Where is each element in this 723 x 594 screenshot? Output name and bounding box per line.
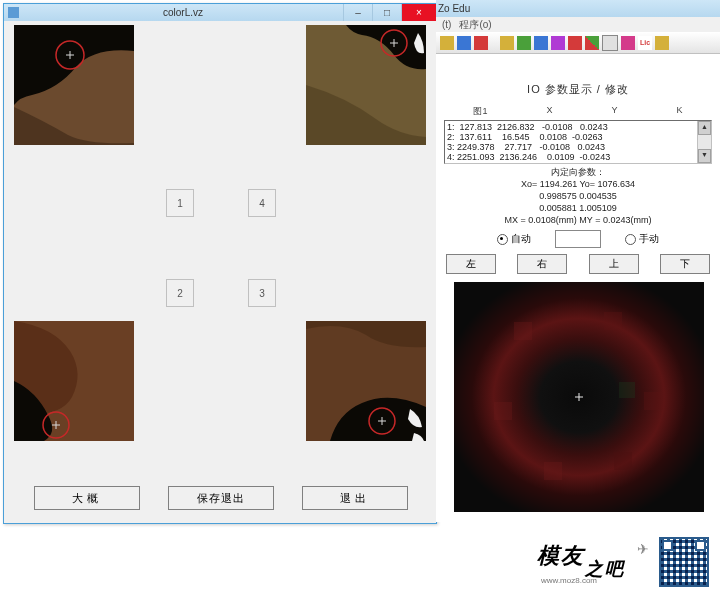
brand-url: www.moz8.com [541, 576, 597, 585]
toolbar-icon-11[interactable] [621, 36, 635, 50]
app-icon [8, 7, 19, 18]
window-controls: – □ × [343, 4, 436, 21]
direction-row: 左 右 上 下 [444, 254, 712, 274]
toolbar-icon-1[interactable] [440, 36, 454, 50]
exit-button[interactable]: 退出 [302, 486, 408, 510]
mode-input[interactable] [555, 230, 601, 248]
toolbar-icon-8[interactable] [568, 36, 582, 50]
radio-selected-icon [497, 234, 508, 245]
toolbar-icon-lic[interactable]: Lic [638, 36, 652, 50]
col-header-2: X [546, 105, 552, 118]
table-row: 3: 2249.378 27.717 -0.0108 0.0243 [447, 142, 705, 152]
client-area: 1 4 2 3 大概 保存退出 退出 [4, 21, 436, 522]
window-title: colorL.vz [23, 7, 343, 18]
svg-rect-12 [494, 402, 512, 420]
quadrant-button-2[interactable]: 2 [166, 279, 194, 307]
svg-rect-11 [604, 312, 622, 330]
auto-radio[interactable]: 自动 [497, 232, 531, 246]
fiducial-view-1[interactable] [14, 25, 134, 145]
fiducial-view-2[interactable] [14, 321, 134, 441]
brand-text-1: 模友 [537, 541, 585, 571]
toolbar-icon-7[interactable] [551, 36, 565, 50]
col-header-4: K [676, 105, 682, 118]
svg-rect-16 [619, 382, 635, 398]
qr-code [659, 537, 709, 587]
io-parameters-panel: IO 参数显示 / 修改 图1 X Y K 1: 127.813 2126.83… [436, 54, 720, 512]
minimize-button[interactable]: – [343, 4, 372, 21]
maximize-button[interactable]: □ [372, 4, 401, 21]
left-button[interactable]: 左 [446, 254, 496, 274]
orientation-info: 内定向参数： Xo= 1194.261 Yo= 1076.634 0.99857… [444, 166, 712, 226]
toolbar-icon-10[interactable] [602, 35, 618, 51]
scroll-up-icon[interactable]: ▲ [698, 121, 711, 135]
title-bar[interactable]: colorL.vz – □ × [4, 4, 436, 21]
mode-row: 自动 手动 [444, 230, 712, 248]
fiducial-view-4[interactable] [306, 25, 426, 145]
plane-icon: ✈ [637, 541, 649, 557]
info-line-5: MX = 0.0108(mm) MY = 0.0243(mm) [444, 214, 712, 226]
toolbar-icon-12[interactable] [655, 36, 669, 50]
up-button[interactable]: 上 [589, 254, 639, 274]
manual-radio[interactable]: 手动 [625, 232, 659, 246]
panel-title: IO 参数显示 / 修改 [444, 82, 712, 97]
svg-rect-14 [544, 462, 562, 480]
svg-rect-10 [514, 322, 532, 340]
toolbar: Lic [436, 32, 720, 54]
quadrant-button-4[interactable]: 4 [248, 189, 276, 217]
col-header-1: 图1 [473, 105, 487, 118]
preview-image[interactable] [454, 282, 702, 512]
menu-bar[interactable]: (t) 程序(o) [436, 17, 720, 32]
radio-icon [625, 234, 636, 245]
menu-item-1[interactable]: (t) [442, 19, 451, 30]
info-line-4: 0.005881 1.005109 [444, 202, 712, 214]
data-table[interactable]: 1: 127.813 2126.832 -0.0108 0.0243 2: 13… [444, 120, 712, 164]
colorl-window: colorL.vz – □ × [3, 3, 437, 524]
toolbar-icon-6[interactable] [534, 36, 548, 50]
zoedu-title-text: Zo Edu [438, 3, 470, 14]
table-row: 2: 137.611 16.545 0.0108 -0.0263 [447, 132, 705, 142]
svg-rect-15 [614, 452, 632, 470]
toolbar-icon-2[interactable] [457, 36, 471, 50]
zoedu-window: Zo Edu (t) 程序(o) Lic IO 参数显示 / 修改 图1 X Y… [436, 0, 720, 522]
fiducial-view-3[interactable] [306, 321, 426, 441]
toolbar-icon-4[interactable] [500, 36, 514, 50]
down-button[interactable]: 下 [660, 254, 710, 274]
scroll-down-icon[interactable]: ▼ [698, 149, 711, 163]
close-button[interactable]: × [401, 4, 436, 21]
table-row: 4: 2251.093 2136.246 0.0109 -0.0243 [447, 152, 705, 162]
toolbar-icon-5[interactable] [517, 36, 531, 50]
save-exit-button[interactable]: 保存退出 [168, 486, 274, 510]
info-line-2: Xo= 1194.261 Yo= 1076.634 [444, 178, 712, 190]
quadrant-button-1[interactable]: 1 [166, 189, 194, 217]
right-button[interactable]: 右 [517, 254, 567, 274]
info-line-1: 内定向参数： [444, 166, 712, 178]
toolbar-icon-9[interactable] [585, 36, 599, 50]
zoedu-title-bar[interactable]: Zo Edu [436, 0, 720, 17]
outline-button[interactable]: 大概 [34, 486, 140, 510]
quadrant-button-3[interactable]: 3 [248, 279, 276, 307]
page-footer: 模友 ✈ 之吧 www.moz8.com [0, 530, 723, 594]
menu-item-2[interactable]: 程序(o) [459, 18, 491, 32]
col-header-3: Y [611, 105, 617, 118]
svg-rect-13 [644, 392, 662, 410]
toolbar-icon-3[interactable] [474, 36, 488, 50]
table-scrollbar[interactable]: ▲ ▼ [697, 121, 711, 163]
table-row: 1: 127.813 2126.832 -0.0108 0.0243 [447, 122, 705, 132]
table-header: 图1 X Y K [444, 105, 712, 118]
info-line-3: 0.998575 0.004535 [444, 190, 712, 202]
brand-logo: 模友 ✈ 之吧 www.moz8.com [535, 539, 649, 585]
